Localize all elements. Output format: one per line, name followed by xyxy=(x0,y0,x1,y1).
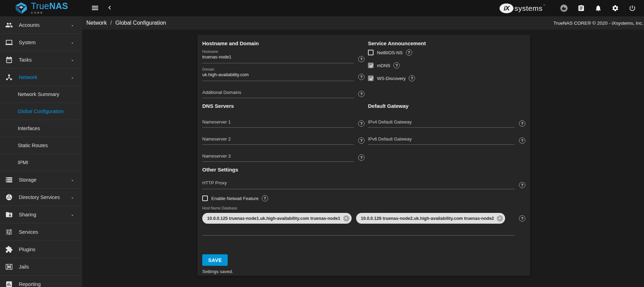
help-icon[interactable] xyxy=(406,49,412,56)
additional-domains-field-row: Additional Domains xyxy=(202,85,364,98)
nameserver2-input[interactable]: Nameserver 2 xyxy=(202,131,354,145)
section-title-service-announcement: Service Announcement xyxy=(368,40,525,47)
sidebar-item-accounts[interactable]: Accounts xyxy=(0,16,82,34)
help-icon[interactable] xyxy=(519,137,525,144)
host-name-database-field-row: 10.0.0.125 truenas-node1.uk.high-availab… xyxy=(202,213,525,236)
jail-icon xyxy=(5,263,13,271)
http-proxy-input[interactable]: HTTP Proxy xyxy=(202,176,515,189)
sidebar-item-plugins[interactable]: Plugins xyxy=(0,241,82,258)
host-entry-chip: 10.0.0.126 truenas-node2.uk.high-availab… xyxy=(356,213,505,224)
section-title-other-settings: Other Settings xyxy=(202,167,525,173)
sidebar-item-tasks[interactable]: Tasks xyxy=(0,51,82,69)
help-icon[interactable] xyxy=(262,195,268,201)
copyright-text: TrueNAS CORE® © 2020 - iXsystems, Inc. xyxy=(553,16,643,30)
hostname-input[interactable]: Hostname truenas-node1 xyxy=(202,50,354,63)
sidebar-item-sharing[interactable]: Sharing xyxy=(0,206,82,223)
clipboard-icon[interactable] xyxy=(577,4,585,13)
wsdiscovery-checkbox[interactable] xyxy=(368,75,374,81)
netwait-checkbox-row[interactable]: Enable Netwait Feature xyxy=(202,196,525,201)
chevron-down-icon xyxy=(70,178,74,184)
chevron-down-icon xyxy=(70,195,74,201)
notifications-bell-icon[interactable] xyxy=(594,4,602,13)
sidebar-item-storage[interactable]: Storage xyxy=(0,171,82,189)
app-header: TrueNAS CORE iX systems™ xyxy=(0,0,644,16)
chip-remove-icon[interactable] xyxy=(497,215,503,222)
sidebar-nav: Accounts System Tasks Network Network Su… xyxy=(0,16,82,287)
nameserver1-input[interactable]: Nameserver 1 xyxy=(202,114,354,128)
calendar-icon xyxy=(5,56,13,64)
status-message: Settings saved. xyxy=(202,269,525,274)
logo-subtitle: CORE xyxy=(31,11,68,14)
power-icon[interactable] xyxy=(628,4,636,13)
tune-icon xyxy=(5,228,13,236)
mdns-checkbox[interactable] xyxy=(368,63,374,68)
directory-services-icon xyxy=(5,193,13,201)
domain-input[interactable]: Domain uk.high-availability.com xyxy=(202,67,354,81)
nameserver2-field-row: Nameserver 2 xyxy=(202,131,364,145)
ix-mark: iX xyxy=(500,3,513,13)
help-icon[interactable] xyxy=(358,137,364,144)
sidebar-item-ipmi[interactable]: IPMI xyxy=(0,154,82,171)
storage-icon xyxy=(5,176,13,184)
host-name-database-input[interactable]: 10.0.0.125 truenas-node1.uk.high-availab… xyxy=(202,213,515,236)
truenas-logo[interactable]: TrueNAS CORE xyxy=(15,2,68,16)
main-content: Hostname and Domain Hostname truenas-nod… xyxy=(82,30,644,287)
ixsystems-logo[interactable]: iX systems™ xyxy=(500,3,545,13)
help-icon[interactable] xyxy=(358,74,364,80)
additional-domains-input[interactable]: Additional Domains xyxy=(202,85,354,98)
ipv4-gateway-field-row: IPv4 Default Gateway xyxy=(368,114,525,128)
sidebar-item-jails[interactable]: Jails xyxy=(0,258,82,276)
breadcrumb-page: Global Configuration xyxy=(115,20,166,26)
host-name-database-label: Host Name Database xyxy=(202,206,525,210)
help-icon[interactable] xyxy=(358,56,364,62)
sidebar-item-network[interactable]: Network xyxy=(0,69,82,86)
chevron-down-icon xyxy=(70,213,74,219)
host-entry-chip: 10.0.0.125 truenas-node1.uk.high-availab… xyxy=(202,213,352,224)
help-icon[interactable] xyxy=(519,182,525,188)
settings-gear-icon[interactable] xyxy=(611,4,619,13)
netwait-checkbox[interactable] xyxy=(202,196,208,201)
ipv6-gateway-field-row: IPv6 Default Gateway xyxy=(368,131,525,145)
bar-chart-icon xyxy=(5,280,13,287)
sidebar-item-directory-services[interactable]: Directory Services xyxy=(0,189,82,206)
truecommand-icon[interactable] xyxy=(560,4,568,13)
sidebar-item-global-configuration[interactable]: Global Configuration xyxy=(0,103,82,120)
sidebar-item-network-summary[interactable]: Network Summary xyxy=(0,86,82,103)
help-icon[interactable] xyxy=(358,120,364,127)
help-icon[interactable] xyxy=(393,62,400,69)
section-title-hostname-domain: Hostname and Domain xyxy=(202,40,364,47)
netbios-checkbox-row[interactable]: NetBIOS-NS xyxy=(368,50,525,55)
truenas-logo-icon xyxy=(15,2,28,16)
nameserver3-input[interactable]: Nameserver 3 xyxy=(202,148,354,162)
breadcrumb-section[interactable]: Network xyxy=(86,20,107,26)
save-button[interactable]: SAVE xyxy=(202,254,228,266)
ipv6-gateway-input[interactable]: IPv6 Default Gateway xyxy=(368,131,515,145)
breadcrumb: Network / Global Configuration xyxy=(86,20,166,26)
collapse-sidebar-icon[interactable] xyxy=(106,4,114,12)
help-icon[interactable] xyxy=(409,75,415,81)
help-icon[interactable] xyxy=(519,120,525,127)
sidebar-item-static-routes[interactable]: Static Routes xyxy=(0,137,82,154)
puzzle-icon xyxy=(5,246,13,253)
nameserver3-field-row: Nameserver 3 xyxy=(202,148,364,162)
help-icon[interactable] xyxy=(358,154,364,161)
sidebar-item-interfaces[interactable]: Interfaces xyxy=(0,120,82,137)
section-title-dns-servers: DNS Servers xyxy=(202,103,364,109)
sidebar-item-reporting[interactable]: Reporting xyxy=(0,276,82,287)
ipv4-gateway-input[interactable]: IPv4 Default Gateway xyxy=(368,114,515,128)
global-configuration-card: Hostname and Domain Hostname truenas-nod… xyxy=(197,35,530,276)
nameserver1-field-row: Nameserver 1 xyxy=(202,114,364,128)
help-icon[interactable] xyxy=(519,215,525,222)
domain-field-row: Domain uk.high-availability.com xyxy=(202,67,364,81)
help-icon[interactable] xyxy=(358,91,364,97)
wsdiscovery-checkbox-row[interactable]: WS-Discovery xyxy=(368,75,525,81)
netbios-checkbox[interactable] xyxy=(368,50,374,55)
chip-remove-icon[interactable] xyxy=(343,215,350,222)
http-proxy-field-row: HTTP Proxy xyxy=(202,176,525,189)
sidebar-item-system[interactable]: System xyxy=(0,34,82,51)
sidebar-item-services[interactable]: Services xyxy=(0,223,82,241)
additional-domains-placeholder: Additional Domains xyxy=(202,89,354,98)
menu-icon[interactable] xyxy=(91,4,100,12)
mdns-checkbox-row[interactable]: mDNS xyxy=(368,63,525,68)
folder-shared-icon xyxy=(5,211,13,218)
